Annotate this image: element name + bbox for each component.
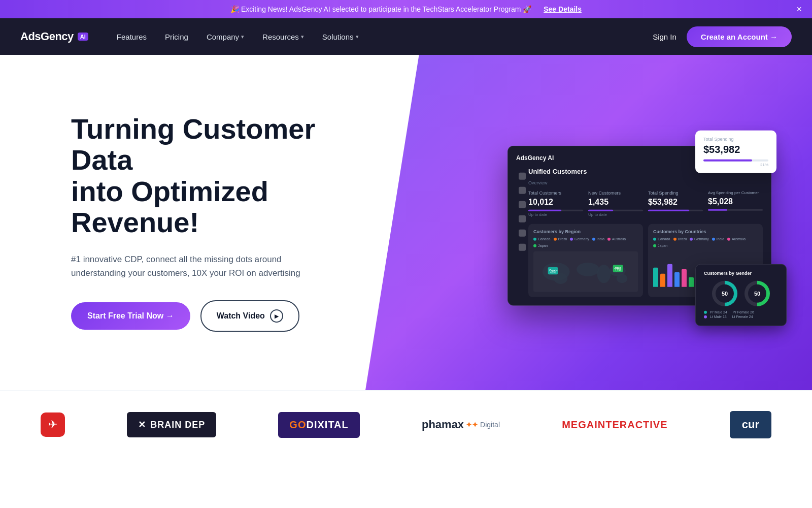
svg-point-2 (577, 263, 599, 276)
nav-logo[interactable]: AdsGencyAI (20, 30, 88, 43)
gender-charts: 50 50 (704, 281, 778, 306)
megainteractive-label: MEGAINTERACTIVE (562, 419, 667, 431)
metric-total-customers: Total Customers 10,012 Up to date (528, 190, 583, 217)
cur-label: cur (730, 411, 771, 438)
braindep-text: BRAIN DEP (150, 420, 205, 430)
metric-avg-spending: Avg Spending per Customer $5,028 (708, 190, 763, 217)
metric-total-customers-label: Total Customers (528, 190, 583, 196)
logos-section: ✈ ✕ BRAIN DEP GODIXITAL phamax✦✦ Digital… (0, 390, 812, 459)
metric-avg-spending-value: $5,028 (708, 197, 763, 206)
metric-total-customers-value: 10,012 (528, 198, 583, 207)
chart-countries-legend: Canada Brazil Germany India Australia Ja… (653, 237, 758, 247)
donut-male-value: 50 (716, 284, 734, 303)
spending-bar-fill (703, 160, 752, 162)
dashboard-preview: Total Spending $53,982 21% AdsGency AI (507, 146, 782, 306)
phamax-dots: ✦✦ (466, 421, 478, 429)
legend-japan: Japan (533, 244, 548, 247)
legend-australia: Australia (607, 237, 626, 241)
logo-megainteractive: MEGAINTERACTIVE (562, 419, 667, 431)
gender-dot-2 (704, 315, 707, 318)
sidebar-doc-icon (519, 244, 526, 251)
sidebar-folder-icon (519, 230, 526, 237)
announcement-bar: 🎉 Exciting News! AdsGency AI selected to… (0, 0, 812, 18)
nav-link-features[interactable]: Features (109, 28, 155, 45)
sidebar-home-icon (519, 173, 526, 180)
metric-total-spending-bar (648, 210, 703, 211)
spending-card-value: $53,982 (703, 144, 768, 155)
metric-total-spending: Total Spending $53,982 (648, 190, 703, 217)
dashboard-section-title: Unified Customers (528, 168, 763, 175)
go-text: GO (289, 419, 306, 430)
metric-avg-spending-bar (708, 209, 763, 211)
sidebar-mail-icon (519, 201, 526, 208)
logo-text: AdsGency (20, 30, 74, 43)
legend-c-canada: Canada (653, 237, 670, 241)
sidebar-chart-icon (519, 187, 526, 194)
legend-c-japan: Japan (653, 244, 667, 247)
phamax-text: phamax (422, 418, 464, 431)
announcement-close-button[interactable]: × (796, 4, 802, 15)
hero-subtitle: #1 innovative CDP, connect all the missi… (71, 252, 335, 280)
metric-total-customers-bar (528, 210, 583, 211)
nav-link-solutions[interactable]: Solutions ▾ (314, 28, 367, 45)
sign-in-link[interactable]: Sign In (653, 33, 676, 41)
gender-card: Customers by Gender 50 50 Pr Male 24 (695, 264, 787, 326)
metric-new-customers-bar-fill (588, 210, 613, 211)
legend-brazil: Brazil (554, 237, 567, 241)
nav-link-company[interactable]: Company ▾ (198, 28, 252, 45)
chart-region-title: Customers by Region (533, 229, 638, 234)
metric-avg-spending-label: Avg Spending per Customer (708, 190, 763, 195)
dixital-text: DIXITAL (306, 419, 348, 430)
hero-section: Turning Customer Data into Optimized Rev… (0, 55, 812, 390)
godixital-label: GODIXITAL (278, 412, 359, 438)
metric-new-customers: New Customers 1,435 Up to date (588, 190, 643, 217)
braindep-x-icon: ✕ (138, 419, 146, 430)
resources-chevron-icon: ▾ (301, 34, 304, 40)
metric-total-customers-bar-fill (528, 210, 561, 211)
nav-link-pricing[interactable]: Pricing (157, 28, 196, 45)
legend-c-india: India (712, 237, 724, 241)
nav-links: Features Pricing Company ▾ Resources ▾ S… (109, 28, 653, 45)
svg-text:4,291: 4,291 (550, 271, 556, 274)
metric-total-customers-sub: Up to date (528, 212, 583, 217)
metric-avg-spending-bar-fill (708, 209, 727, 211)
legend-india: India (592, 237, 604, 241)
svg-point-1 (554, 273, 567, 283)
gender-legend-item-2: Lt Male 13 Lt Female 24 (704, 315, 778, 319)
logo-ai-badge: AI (78, 33, 88, 41)
gender-dot-1 (704, 310, 707, 313)
nav-actions: Sign In Create an Account → (653, 26, 792, 47)
hero-title: Turning Customer Data into Optimized Rev… (71, 113, 335, 238)
gender-legend-item-1: Pr Male 24 Pr Female 26 (704, 310, 778, 314)
chart-by-region: Customers by Region Canada Brazil German… (528, 224, 643, 297)
spending-percentage: 21% (703, 163, 768, 167)
legend-c-australia: Australia (727, 237, 746, 241)
sidebar-clock-icon (519, 215, 526, 223)
logo-phamax: phamax✦✦ Digital (422, 418, 500, 431)
metric-new-customers-bar (588, 210, 643, 211)
announcement-text: 🎉 Exciting News! AdsGency AI selected to… (230, 5, 531, 13)
gender-card-title: Customers by Gender (704, 271, 778, 276)
metric-total-spending-value: $53,982 (648, 198, 703, 207)
chart-countries-title: Customers by Countries (653, 229, 758, 234)
nav-link-resources[interactable]: Resources ▾ (254, 28, 312, 45)
create-account-button[interactable]: Create an Account → (687, 26, 792, 47)
legend-canada: Canada (533, 237, 551, 241)
svg-point-5 (617, 274, 627, 283)
metric-new-customers-value: 1,435 (588, 198, 643, 207)
metric-new-customers-label: New Customers (588, 190, 643, 196)
hero-content: Turning Customer Data into Optimized Rev… (0, 73, 355, 373)
solutions-chevron-icon: ▾ (356, 34, 359, 40)
play-icon: ▶ (270, 309, 283, 323)
bar-5 (682, 269, 687, 287)
small-icon-symbol: ✈ (48, 418, 57, 431)
phamax-label: phamax✦✦ Digital (422, 418, 500, 431)
chart-region-legend: Canada Brazil Germany India Australia Ja… (533, 237, 638, 247)
bar-4 (674, 272, 680, 287)
donut-male-chart: 50 (712, 281, 737, 306)
watch-video-button[interactable]: Watch Video ▶ (200, 300, 299, 332)
announcement-link[interactable]: See Details (544, 5, 582, 13)
start-trial-button[interactable]: Start Free Trial Now → (71, 302, 190, 330)
dashboard-overview-label: Overview (528, 180, 763, 185)
bar-2 (660, 274, 665, 287)
